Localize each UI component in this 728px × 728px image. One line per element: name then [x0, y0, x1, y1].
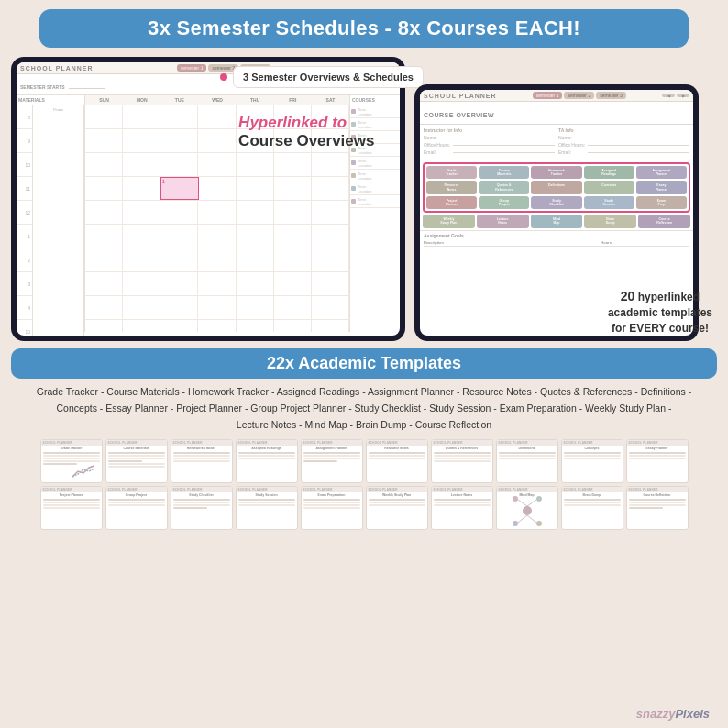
time-1: 1	[17, 225, 32, 248]
ta-email-row: Email:	[558, 149, 689, 155]
semester-starts-label: Semester Starts	[20, 84, 65, 90]
nav-dots-right: ◀ ▶	[662, 94, 689, 97]
email-row: Email:	[424, 149, 555, 155]
for-every-course: for EVERY course!	[612, 322, 709, 335]
thumb-mind-map: SCHOOL PLANNER Mind Map	[496, 486, 558, 530]
course-info-left: Instructor for Info Name: Office Hours: …	[424, 127, 555, 157]
icon-group-project[interactable]: GroupProject	[479, 196, 529, 209]
annotation-dot-semester	[220, 73, 227, 81]
time-column: 8 9 10 11 12 1 2 3 4 10	[17, 105, 33, 336]
hyperlinked-templates-annotation: 20 hyperlinked academic templates for EV…	[608, 288, 712, 336]
time-8: 8	[17, 105, 32, 129]
time-12: 12	[17, 201, 32, 225]
templates-banner: 22x Academic Templates	[11, 348, 717, 379]
branding: snazzyPixels	[636, 707, 710, 721]
assignment-goals-cols: Description Hours	[424, 240, 689, 247]
icon-project-planner[interactable]: ProjectPlanner	[426, 196, 477, 209]
cell-1-2	[123, 105, 160, 128]
day-tue: TUE	[160, 95, 198, 105]
template-list: Grade Tracker - Course Materials - Homew…	[11, 384, 717, 434]
icon-study-checklist[interactable]: StudyChecklist	[531, 196, 581, 209]
icon-exam-prep[interactable]: ExamPrep	[636, 196, 687, 209]
time-3: 3	[17, 272, 32, 296]
brand-pixels: Pixels	[675, 707, 710, 721]
semester-starts-value	[69, 88, 105, 89]
ta-label: TA Info	[558, 127, 689, 133]
icon-course-materials[interactable]: CourseMaterials	[479, 166, 529, 179]
tab-semester1[interactable]: semester 1	[177, 64, 207, 72]
time-4: 4	[17, 296, 32, 320]
thumb-weekly-study-plan: SCHOOL PLANNER Weekly Study Plan	[366, 486, 428, 530]
svg-point-0	[523, 506, 532, 515]
icon-grid-pink-border: GradeTracker CourseMaterials HomeworkTra…	[423, 162, 690, 213]
course-row-7: Time: Location:	[350, 182, 400, 195]
icon-course-reflection[interactable]: CourseReflection	[638, 215, 690, 227]
template-list-line1: Grade Tracker - Course Materials - Homew…	[20, 384, 708, 401]
icon-quotes-refs[interactable]: Quotes &References	[479, 181, 529, 193]
thumb-row-2: SCHOOL PLANNER Project Planner SCHOOL PL…	[11, 486, 717, 530]
icon-grade-tracker[interactable]: GradeTracker	[426, 166, 477, 179]
time-9: 9	[17, 129, 32, 153]
time-10: 10	[17, 153, 32, 177]
row-8	[85, 272, 349, 296]
tab-right-s1[interactable]: semester 1	[533, 92, 563, 99]
thumb-study-session: SCHOOL PLANNER Study Session	[236, 486, 298, 530]
svg-line-5	[518, 515, 527, 523]
icon-resource-notes[interactable]: ResourceNotes	[426, 181, 477, 193]
time-2: 2	[17, 248, 32, 272]
icon-definitions[interactable]: Definitions	[531, 181, 581, 193]
icon-study-session[interactable]: StudySession	[584, 196, 634, 209]
thumb-brain-dump: SCHOOL PLANNER Brain Dump	[561, 486, 623, 530]
course-overview-title-area: Course Overview	[420, 102, 693, 125]
row-6	[85, 225, 349, 248]
icon-essay-planner[interactable]: EssayPlanner	[636, 181, 687, 193]
thumb-assignment-planner: SCHOOL PLANNER Assignment Planner	[301, 439, 363, 483]
icon-row-4: WeeklyStudy Plan LectureNotes MindMap Br…	[423, 215, 690, 227]
name-row: Name:	[424, 135, 555, 140]
icon-mind-map[interactable]: MindMap	[531, 215, 583, 227]
thumb-lecture-notes: SCHOOL PLANNER Lecture Notes	[431, 486, 493, 530]
office-row: Office Hours:	[424, 142, 555, 148]
icon-grid-container: GradeTracker CourseMaterials HomeworkTra…	[420, 162, 693, 228]
icon-assignment-planner[interactable]: AssignmentPlanner	[636, 166, 687, 179]
ta-name-row: Name:	[558, 135, 689, 140]
planner-tabs-right: semester 1 semester 2 semester 3	[533, 92, 626, 99]
icon-brain-dump[interactable]: BrainDump	[584, 215, 636, 227]
svg-point-8	[536, 521, 542, 526]
cell-1-1	[85, 105, 123, 128]
thumb-course-materials: SCHOOL PLANNER Course Materials	[105, 439, 168, 483]
icon-weekly-study[interactable]: WeeklyStudy Plan	[423, 215, 475, 227]
svg-point-2	[513, 496, 518, 502]
course-overview-header: School Planner semester 1 semester 2 sem…	[420, 90, 693, 102]
course-info-right: TA Info Name: Office Hours: Email:	[558, 127, 689, 157]
time-11: 11	[17, 177, 32, 201]
thumb-concepts: SCHOOL PLANNER Concepts	[561, 439, 623, 483]
row-4: 1	[85, 177, 349, 201]
svg-point-6	[513, 521, 518, 526]
planner-logo-left: School Planner	[20, 65, 94, 72]
icon-row-1: GradeTracker CourseMaterials HomeworkTra…	[426, 166, 687, 179]
row-5	[85, 201, 349, 225]
template-list-line2: Concepts - Essay Planner - Project Plann…	[20, 401, 708, 417]
icon-assigned-readings[interactable]: AssignedReadings	[584, 166, 634, 179]
mind-map-visual	[497, 498, 557, 525]
thumb-quotes-refs: SCHOOL PLANNER Quotes & References	[431, 439, 493, 483]
course-dot-7	[351, 186, 356, 191]
svg-line-1	[518, 500, 527, 506]
icon-lecture-notes[interactable]: LectureNotes	[477, 215, 529, 227]
course-overview-title: Course Overview	[424, 112, 494, 118]
day-sun: SUN	[85, 95, 123, 105]
course-overviews-text: Course Overviews	[238, 132, 374, 149]
icon-homework-tracker[interactable]: HomeworkTracker	[531, 166, 581, 179]
tab-right-s2[interactable]: semester 2	[564, 92, 594, 99]
hyperlinked-text: Hyperlinked to Course Overviews	[238, 114, 424, 151]
course-dot-6	[351, 173, 356, 178]
template-list-line3: Lecture Notes - Mind Map - Brain Dump - …	[20, 417, 708, 434]
icon-concepts[interactable]: Concepts	[584, 181, 634, 193]
goals-col-left: Description Hours	[424, 240, 689, 247]
main-container: 3x Semester Schedules - 8x Courses EACH!…	[0, 0, 728, 728]
num-templates: 20	[621, 289, 635, 303]
thumb-row-1: SCHOOL PLANNER Grade Tracker SCHOOL PLAN…	[11, 439, 717, 483]
tab-right-s3[interactable]: semester 3	[596, 92, 626, 99]
icon-row-3: ProjectPlanner GroupProject StudyCheckli…	[426, 196, 687, 209]
